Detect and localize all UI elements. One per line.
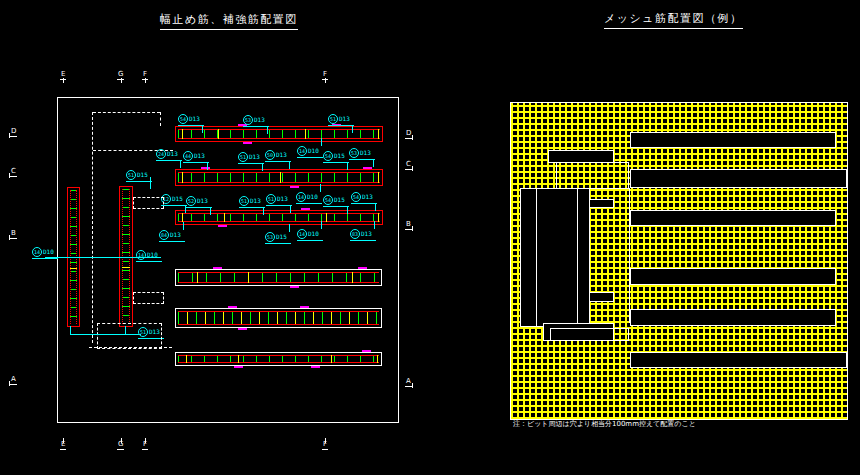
spacer-tick-yellow	[326, 213, 327, 222]
pit-hidden-outline	[89, 347, 172, 348]
spacer-mark-magenta	[290, 286, 299, 288]
spacer-tick-yellow	[378, 213, 379, 222]
rebar-number-badge: 14	[297, 229, 307, 239]
rebar-size-text: D15	[137, 171, 148, 179]
section-marker-f: F	[322, 71, 328, 80]
rebar-number-badge: 44	[183, 151, 193, 161]
spacer-tick-yellow	[352, 272, 353, 283]
spacer-tick-yellow	[280, 172, 281, 183]
pit-hidden-outline	[93, 112, 160, 113]
rebar-size-text: D10	[307, 193, 318, 201]
spacer-tick-yellow	[238, 355, 239, 363]
section-marker-e: E	[60, 441, 66, 450]
rebar-label: 53D13	[243, 115, 269, 127]
rebar-label: 12D15	[161, 194, 187, 206]
rebar-size-text: D13	[194, 152, 205, 160]
rebar-label: 54D15	[323, 195, 349, 207]
rebar-label: 14D10	[296, 192, 322, 204]
rebar-size-text: D13	[254, 116, 265, 124]
spacer-mark-magenta	[234, 366, 243, 368]
rebar-number-badge: 14	[297, 146, 307, 156]
pit-wall-line	[629, 188, 630, 323]
spacer-tick-yellow	[224, 213, 225, 222]
section-marker-f: F	[142, 441, 148, 450]
rebar-label: 51D13	[328, 114, 354, 126]
mesh-slot-opening	[630, 169, 847, 188]
section-marker-g: G	[117, 441, 124, 450]
pit-outline	[589, 292, 614, 302]
spacer-mark-magenta	[311, 366, 320, 368]
bar-ticks	[178, 129, 380, 139]
spacer-tick-yellow	[378, 129, 379, 139]
spacer-tick-yellow	[248, 272, 249, 283]
pit-hidden-outline	[133, 197, 164, 209]
pit-outline	[550, 328, 629, 341]
rebar-label: 54D15	[323, 151, 349, 163]
section-marker-a: A	[405, 378, 412, 387]
rebar-number-badge: 14	[296, 192, 306, 202]
mesh-slot-opening	[630, 268, 836, 285]
bar-ticks	[178, 311, 379, 325]
spacer-mark-magenta	[301, 208, 310, 210]
rebar-number-badge: 83	[350, 229, 360, 239]
rebar-size-text: D13	[360, 149, 371, 157]
section-marker-c: C	[10, 168, 17, 177]
rebar-number-badge: 14	[136, 250, 146, 260]
rebar-size-text: D15	[334, 196, 345, 204]
rebar-size-text: D13	[362, 193, 373, 201]
rebar-label: 53D13	[349, 148, 375, 160]
rebar-label: 51D13	[239, 196, 265, 208]
spacer-mark-magenta	[228, 306, 237, 308]
rebar-number-badge: 53	[243, 115, 253, 125]
rebar-size-text: D15	[276, 233, 287, 241]
label-leader-line	[70, 334, 141, 335]
rebar-label: 51D13	[238, 152, 264, 164]
rebar-size-text: D10	[308, 147, 319, 155]
rebar-number-badge: 51	[266, 194, 276, 204]
label-leader-line	[125, 326, 126, 334]
pit-hidden-outline	[92, 112, 93, 343]
spacer-mark-magenta	[358, 267, 367, 269]
mesh-slot-opening	[630, 352, 847, 368]
rebar-label: 54D13	[351, 192, 377, 204]
pit-outline	[520, 188, 578, 327]
spacer-mark-magenta	[238, 328, 247, 330]
rebar-bar	[175, 308, 382, 328]
pit-hidden-outline	[97, 323, 162, 349]
section-marker-a: A	[10, 376, 17, 385]
pit-hidden-outline	[133, 292, 164, 304]
rebar-number-badge: 51	[239, 196, 249, 206]
section-marker-c: C	[405, 161, 412, 170]
section-marker-d: D	[405, 130, 412, 139]
rebar-size-text: D13	[277, 195, 288, 203]
pit-outline	[556, 162, 629, 189]
rebar-number-badge: 54	[178, 114, 188, 124]
rebar-number-badge: 54	[323, 151, 333, 161]
rebar-size-text: D13	[197, 197, 208, 205]
rebar-size-text: D13	[250, 197, 261, 205]
section-marker-e: E	[60, 71, 66, 80]
rebar-label: 50D13	[265, 150, 291, 162]
cad-canvas: 幅止め筋、補強筋配置図 メッシュ筋配置図（例） 注：ピット周辺は穴より相当分10…	[0, 0, 860, 475]
spacer-mark-magenta	[213, 267, 222, 269]
rebar-number-badge: 54	[351, 192, 361, 202]
rebar-size-text: D10	[43, 248, 54, 256]
rebar-label: 14D10	[136, 250, 162, 262]
rebar-number-badge: 84	[159, 230, 169, 240]
rebar-size-text: D15	[334, 152, 345, 160]
mesh-note: 注：ピット周辺は穴より相当分100mm控えて配置のこと	[513, 419, 696, 429]
section-marker-b: B	[405, 221, 412, 230]
rebar-number-badge: 51	[126, 170, 136, 180]
pit-hidden-outline	[93, 150, 173, 151]
left-drawing-border	[57, 97, 399, 423]
rebar-size-text: D13	[249, 153, 260, 161]
spacer-tick-yellow	[70, 268, 77, 269]
rebar-size-text: D13	[361, 230, 372, 238]
rebar-number-badge: 54	[323, 195, 333, 205]
rebar-label: 51D13	[266, 194, 292, 206]
spacer-tick-yellow	[377, 355, 378, 363]
spacer-mark-magenta	[362, 350, 371, 352]
section-marker-b: B	[10, 230, 17, 239]
rebar-number-badge: 50	[265, 150, 275, 160]
section-marker-g: G	[117, 71, 124, 80]
